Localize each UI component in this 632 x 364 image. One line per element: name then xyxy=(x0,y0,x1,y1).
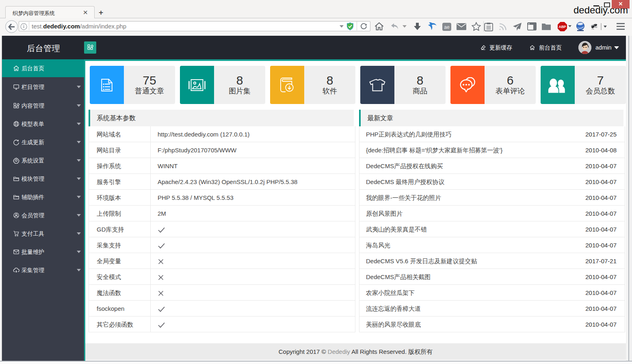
svg-text:ABP: ABP xyxy=(559,25,566,29)
svg-text:ae: ae xyxy=(444,24,450,30)
